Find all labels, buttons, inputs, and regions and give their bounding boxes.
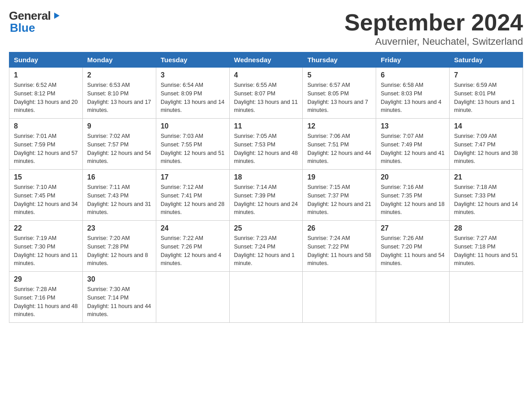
calendar-cell: 12Sunrise: 7:06 AMSunset: 7:51 PMDayligh…: [303, 119, 376, 170]
calendar-cell: [303, 272, 376, 323]
day-number: 9: [87, 122, 151, 130]
day-number: 8: [14, 122, 78, 130]
day-info: Sunrise: 7:02 AMSunset: 7:57 PMDaylight:…: [87, 132, 151, 166]
day-number: 4: [234, 71, 298, 79]
logo: General Blue: [9, 9, 61, 35]
day-number: 18: [234, 173, 298, 181]
week-row-3: 15Sunrise: 7:10 AMSunset: 7:45 PMDayligh…: [9, 170, 523, 221]
weekday-header-saturday: Saturday: [450, 52, 523, 68]
day-number: 29: [14, 275, 78, 283]
day-info: Sunrise: 7:20 AMSunset: 7:28 PMDaylight:…: [87, 234, 151, 268]
calendar-cell: 25Sunrise: 7:23 AMSunset: 7:24 PMDayligh…: [229, 221, 303, 272]
week-row-2: 8Sunrise: 7:01 AMSunset: 7:59 PMDaylight…: [9, 119, 523, 170]
day-number: 25: [234, 224, 298, 232]
week-row-1: 1Sunrise: 6:52 AMSunset: 8:12 PMDaylight…: [9, 68, 523, 119]
calendar-cell: 19Sunrise: 7:15 AMSunset: 7:37 PMDayligh…: [303, 170, 376, 221]
day-info: Sunrise: 7:15 AMSunset: 7:37 PMDaylight:…: [307, 183, 371, 217]
weekday-header-wednesday: Wednesday: [229, 52, 303, 68]
day-info: Sunrise: 7:24 AMSunset: 7:22 PMDaylight:…: [307, 234, 371, 268]
day-info: Sunrise: 7:06 AMSunset: 7:51 PMDaylight:…: [307, 132, 371, 166]
calendar-cell: [229, 272, 303, 323]
day-info: Sunrise: 6:58 AMSunset: 8:03 PMDaylight:…: [381, 81, 445, 115]
day-info: Sunrise: 6:54 AMSunset: 8:09 PMDaylight:…: [161, 81, 225, 115]
calendar-cell: [450, 272, 523, 323]
day-number: 10: [161, 122, 225, 130]
calendar-cell: [376, 272, 450, 323]
day-number: 26: [307, 224, 371, 232]
weekday-header-row: SundayMondayTuesdayWednesdayThursdayFrid…: [9, 52, 523, 68]
location-title: Auvernier, Neuchatel, Switzerland: [344, 36, 523, 47]
day-number: 11: [234, 122, 298, 130]
calendar-cell: 11Sunrise: 7:05 AMSunset: 7:53 PMDayligh…: [229, 119, 303, 170]
day-number: 23: [87, 224, 151, 232]
calendar-cell: 14Sunrise: 7:09 AMSunset: 7:47 PMDayligh…: [450, 119, 523, 170]
calendar-cell: 30Sunrise: 7:30 AMSunset: 7:14 PMDayligh…: [82, 272, 156, 323]
day-info: Sunrise: 7:09 AMSunset: 7:47 PMDaylight:…: [454, 132, 518, 166]
day-info: Sunrise: 6:57 AMSunset: 8:05 PMDaylight:…: [307, 81, 371, 115]
day-info: Sunrise: 7:11 AMSunset: 7:43 PMDaylight:…: [87, 183, 151, 217]
day-number: 13: [381, 122, 445, 130]
week-row-4: 22Sunrise: 7:19 AMSunset: 7:30 PMDayligh…: [9, 221, 523, 272]
calendar-cell: 24Sunrise: 7:22 AMSunset: 7:26 PMDayligh…: [156, 221, 229, 272]
day-info: Sunrise: 6:53 AMSunset: 8:10 PMDaylight:…: [87, 81, 151, 115]
day-info: Sunrise: 7:28 AMSunset: 7:16 PMDaylight:…: [14, 285, 78, 319]
day-number: 17: [161, 173, 225, 181]
day-number: 3: [161, 71, 225, 79]
day-info: Sunrise: 7:16 AMSunset: 7:35 PMDaylight:…: [381, 183, 445, 217]
day-info: Sunrise: 7:14 AMSunset: 7:39 PMDaylight:…: [234, 183, 298, 217]
weekday-header-tuesday: Tuesday: [156, 52, 229, 68]
calendar-cell: 20Sunrise: 7:16 AMSunset: 7:35 PMDayligh…: [376, 170, 450, 221]
day-number: 5: [307, 71, 371, 79]
day-number: 21: [454, 173, 518, 181]
calendar-table: SundayMondayTuesdayWednesdayThursdayFrid…: [9, 52, 523, 323]
day-number: 7: [454, 71, 518, 79]
day-info: Sunrise: 7:05 AMSunset: 7:53 PMDaylight:…: [234, 132, 298, 166]
calendar-cell: 10Sunrise: 7:03 AMSunset: 7:55 PMDayligh…: [156, 119, 229, 170]
day-info: Sunrise: 7:01 AMSunset: 7:59 PMDaylight:…: [14, 132, 78, 166]
calendar-cell: 13Sunrise: 7:07 AMSunset: 7:49 PMDayligh…: [376, 119, 450, 170]
weekday-header-sunday: Sunday: [9, 52, 83, 68]
day-number: 12: [307, 122, 371, 130]
day-info: Sunrise: 7:27 AMSunset: 7:18 PMDaylight:…: [454, 234, 518, 268]
day-number: 28: [454, 224, 518, 232]
page-header: General Blue September 2024 Auvernier, N…: [9, 9, 523, 47]
day-number: 2: [87, 71, 151, 79]
weekday-header-monday: Monday: [82, 52, 156, 68]
day-number: 22: [14, 224, 78, 232]
calendar-cell: 4Sunrise: 6:55 AMSunset: 8:07 PMDaylight…: [229, 68, 303, 119]
day-number: 6: [381, 71, 445, 79]
day-info: Sunrise: 6:55 AMSunset: 8:07 PMDaylight:…: [234, 81, 298, 115]
day-info: Sunrise: 7:26 AMSunset: 7:20 PMDaylight:…: [381, 234, 445, 268]
calendar-cell: 6Sunrise: 6:58 AMSunset: 8:03 PMDaylight…: [376, 68, 450, 119]
calendar-cell: 29Sunrise: 7:28 AMSunset: 7:16 PMDayligh…: [9, 272, 83, 323]
calendar-cell: 9Sunrise: 7:02 AMSunset: 7:57 PMDaylight…: [82, 119, 156, 170]
logo-blue-text: Blue: [10, 21, 35, 35]
logo-row2: Blue: [10, 21, 35, 35]
day-info: Sunrise: 7:22 AMSunset: 7:26 PMDaylight:…: [161, 234, 225, 268]
calendar-cell: 15Sunrise: 7:10 AMSunset: 7:45 PMDayligh…: [9, 170, 83, 221]
calendar-cell: 27Sunrise: 7:26 AMSunset: 7:20 PMDayligh…: [376, 221, 450, 272]
title-area: September 2024 Auvernier, Neuchatel, Swi…: [344, 9, 523, 47]
day-number: 15: [14, 173, 78, 181]
week-row-5: 29Sunrise: 7:28 AMSunset: 7:16 PMDayligh…: [9, 272, 523, 323]
month-title: September 2024: [344, 9, 523, 36]
calendar-cell: 28Sunrise: 7:27 AMSunset: 7:18 PMDayligh…: [450, 221, 523, 272]
day-info: Sunrise: 7:12 AMSunset: 7:41 PMDaylight:…: [161, 183, 225, 217]
calendar-cell: 22Sunrise: 7:19 AMSunset: 7:30 PMDayligh…: [9, 221, 83, 272]
day-info: Sunrise: 7:03 AMSunset: 7:55 PMDaylight:…: [161, 132, 225, 166]
calendar-cell: 7Sunrise: 6:59 AMSunset: 8:01 PMDaylight…: [450, 68, 523, 119]
day-info: Sunrise: 7:19 AMSunset: 7:30 PMDaylight:…: [14, 234, 78, 268]
day-info: Sunrise: 6:52 AMSunset: 8:12 PMDaylight:…: [14, 81, 78, 115]
calendar-cell: 23Sunrise: 7:20 AMSunset: 7:28 PMDayligh…: [82, 221, 156, 272]
day-info: Sunrise: 7:18 AMSunset: 7:33 PMDaylight:…: [454, 183, 518, 217]
calendar-cell: 2Sunrise: 6:53 AMSunset: 8:10 PMDaylight…: [82, 68, 156, 119]
calendar-cell: 16Sunrise: 7:11 AMSunset: 7:43 PMDayligh…: [82, 170, 156, 221]
weekday-header-thursday: Thursday: [303, 52, 376, 68]
calendar-cell: [156, 272, 229, 323]
day-number: 24: [161, 224, 225, 232]
weekday-header-friday: Friday: [376, 52, 450, 68]
day-info: Sunrise: 7:07 AMSunset: 7:49 PMDaylight:…: [381, 132, 445, 166]
day-number: 27: [381, 224, 445, 232]
day-number: 16: [87, 173, 151, 181]
day-number: 1: [14, 71, 78, 79]
